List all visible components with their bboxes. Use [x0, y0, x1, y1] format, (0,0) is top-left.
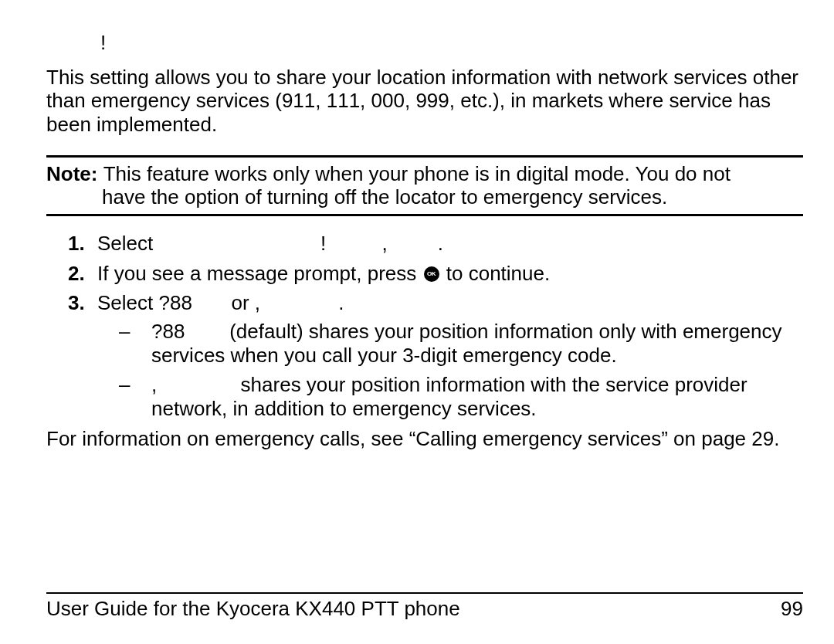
step-3: Select ?88 or , . – ?88 (default) shares…: [76, 291, 803, 420]
note-row: Note: This feature works only when your …: [46, 162, 803, 186]
sub-a-code: ?88: [151, 320, 185, 343]
step3-tail: .: [260, 291, 344, 314]
step3-lead: Select: [97, 291, 159, 314]
note-label: Note:: [46, 162, 103, 186]
step1-gap: [159, 232, 321, 255]
intro-paragraph: This setting allows you to share your lo…: [46, 66, 803, 137]
step3-mid: or ,: [192, 291, 260, 314]
step3-sub-list: – ?88 (default) shares your position inf…: [97, 320, 803, 421]
step-1: Select ! , .: [76, 232, 803, 256]
ok-icon: [424, 266, 439, 282]
step-2: If you see a message prompt, press to co…: [76, 262, 803, 286]
heading-glyph: !: [100, 31, 106, 54]
page-footer: User Guide for the Kyocera KX440 PTT pho…: [46, 592, 803, 621]
step3-sub-a: – ?88 (default) shares your position inf…: [97, 320, 803, 367]
sub-b-rest: shares your position information with th…: [151, 373, 753, 420]
note-text-line1: This feature works only when your phone …: [103, 162, 803, 186]
follow-paragraph: For information on emergency calls, see …: [46, 427, 803, 451]
note-text-line2: have the option of turning off the locat…: [46, 185, 803, 209]
steps-list: Select ! , . If you see a message prompt…: [46, 232, 803, 421]
section-heading-marker: !: [46, 31, 803, 55]
footer-page-number: 99: [781, 597, 803, 621]
step2-lead: If you see a message prompt, press: [97, 262, 422, 285]
step3-sub-b: – , shares your position information wit…: [97, 373, 803, 420]
step1-sep: ,: [326, 232, 387, 255]
footer-left: User Guide for the Kyocera KX440 PTT pho…: [46, 597, 460, 621]
dash-bullet: –: [119, 373, 130, 397]
note-box: Note: This feature works only when your …: [46, 155, 803, 216]
step3-opt-a: ?88: [159, 291, 192, 314]
step1-lead: Select: [97, 232, 159, 255]
step2-tail: to continue.: [441, 262, 551, 285]
step1-tail: .: [388, 232, 443, 255]
document-page: ! This setting allows you to share your …: [0, 0, 834, 644]
sub-a-rest: (default) shares your position informati…: [151, 320, 788, 367]
dash-bullet: –: [119, 320, 130, 344]
